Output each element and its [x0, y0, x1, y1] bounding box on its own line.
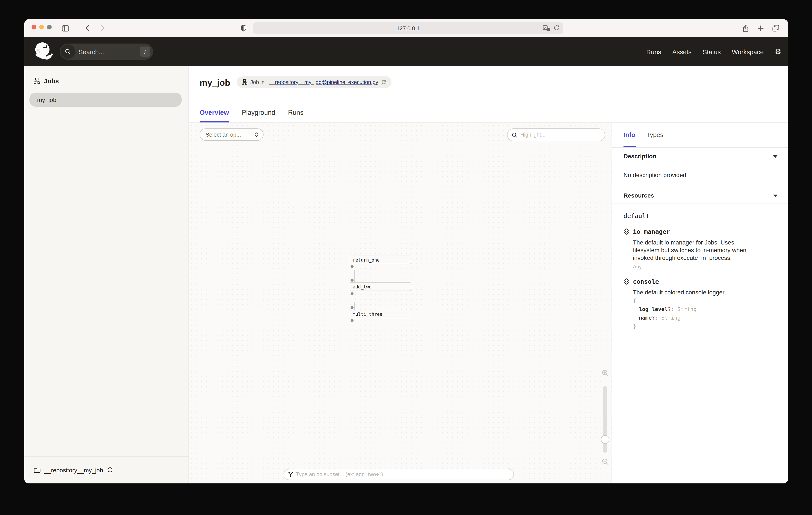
- search-shortcut-key: /: [140, 47, 150, 57]
- job-header: my_job Job in __repository__my_job@pipel…: [189, 66, 788, 123]
- top-nav: Runs Assets Status Workspace ⚙: [646, 37, 781, 66]
- nav-runs[interactable]: Runs: [646, 48, 661, 55]
- edge-add-two-multi-three: [354, 302, 355, 310]
- back-button[interactable]: [84, 19, 90, 37]
- collapse-caret-icon[interactable]: [773, 155, 778, 158]
- schema-open-brace: {: [633, 297, 697, 305]
- sidebar-item-my-job[interactable]: my_job: [29, 92, 182, 107]
- op-selector-dropdown[interactable]: Select an op...: [200, 129, 264, 141]
- repository-name: __repository__my_job: [45, 467, 103, 473]
- op-graph-pane[interactable]: Select an op...: [189, 123, 612, 483]
- repository-link[interactable]: __repository__my_job@pipeline_execution.…: [269, 79, 378, 85]
- description-empty-text: No description provided: [624, 171, 686, 178]
- job-tabs: Overview Playground Runs: [200, 109, 303, 123]
- global-search[interactable]: /: [60, 44, 153, 60]
- search-input[interactable]: [79, 44, 129, 60]
- schema-colon: :: [671, 306, 677, 312]
- op-selector-label: Select an op...: [206, 131, 254, 138]
- new-tab-icon[interactable]: [757, 19, 764, 37]
- minimize-window-button[interactable]: [39, 25, 44, 29]
- schema-optional-marker: ?: [651, 315, 655, 321]
- updown-chevrons-icon: [254, 132, 259, 138]
- resource-layers-icon: [624, 278, 630, 285]
- description-section-header[interactable]: Description: [624, 153, 656, 160]
- schema-optional-marker: ?: [668, 306, 671, 312]
- io-manager-description: The default io manager for Jobs. Uses fi…: [633, 239, 761, 262]
- reload-job-icon[interactable]: [381, 80, 386, 85]
- output-port: [351, 292, 353, 295]
- window-controls: [32, 25, 52, 29]
- breadcrumb: Job in __repository__my_job@pipeline_exe…: [237, 76, 392, 88]
- search-icon: [61, 44, 75, 59]
- input-port: [351, 279, 353, 281]
- nav-workspace[interactable]: Workspace: [732, 48, 764, 55]
- sidebar-toggle-icon[interactable]: [61, 19, 69, 37]
- screenshot-stage: 127.0.0.1 A: [0, 0, 812, 515]
- main-pane: my_job Job in __repository__my_job@pipel…: [189, 66, 788, 483]
- tab-overview-icon[interactable]: [772, 19, 780, 37]
- panel-tab-info[interactable]: Info: [624, 131, 635, 138]
- op-selector-graph-icon: [288, 471, 293, 478]
- resource-layers-icon: [624, 228, 630, 235]
- info-panel: Info Types Description No description pr…: [612, 123, 788, 483]
- edge-return-one-add-two: [354, 270, 355, 281]
- translate-icon[interactable]: A: [543, 25, 550, 31]
- output-port: [351, 319, 353, 322]
- zoom-in-icon[interactable]: [602, 370, 609, 377]
- collapse-caret-icon[interactable]: [773, 195, 778, 197]
- jobs-sidebar: Jobs my_job __repository__my_job: [24, 66, 189, 483]
- op-node-add-two[interactable]: add_two: [350, 282, 411, 291]
- share-icon[interactable]: [742, 19, 749, 37]
- repository-footer: __repository__my_job: [24, 456, 188, 483]
- input-port: [351, 306, 353, 309]
- resource-name-console: console: [633, 278, 659, 285]
- op-subset-input[interactable]: [296, 471, 501, 478]
- panel-tab-types[interactable]: Types: [646, 131, 663, 138]
- reload-repository-icon[interactable]: [107, 467, 113, 473]
- schema-field-name: log_level: [639, 306, 668, 312]
- op-node-multi-three[interactable]: multi_three: [350, 310, 411, 318]
- io-manager-type: Any: [633, 264, 642, 270]
- schema-colon: :: [655, 315, 661, 321]
- nav-assets[interactable]: Assets: [672, 48, 692, 55]
- output-port: [351, 265, 353, 268]
- op-subset-filter[interactable]: [284, 469, 514, 480]
- tab-runs[interactable]: Runs: [288, 109, 303, 123]
- address-bar[interactable]: 127.0.0.1 A: [253, 22, 563, 34]
- url-text: 127.0.0.1: [397, 25, 419, 31]
- zoom-slider-thumb[interactable]: [601, 435, 609, 444]
- privacy-shield-icon[interactable]: [240, 19, 247, 37]
- breadcrumb-prefix: Job in: [250, 79, 266, 85]
- schema-close-brace: }: [633, 322, 697, 331]
- browser-window: 127.0.0.1 A: [24, 19, 788, 483]
- zoom-window-button[interactable]: [47, 25, 52, 29]
- console-config-schema: { log_level?: String name?: String }: [633, 297, 697, 331]
- job-icon: [242, 79, 248, 85]
- resources-section-header[interactable]: Resources: [624, 192, 654, 199]
- schema-field-type: String: [661, 315, 680, 321]
- folder-icon: [34, 467, 40, 473]
- schema-field-name: name: [639, 315, 651, 321]
- nav-status[interactable]: Status: [703, 48, 721, 55]
- close-window-button[interactable]: [32, 25, 36, 29]
- resource-group-name: default: [624, 213, 649, 219]
- page-title: my_job: [200, 78, 230, 88]
- zoom-out-icon[interactable]: [602, 458, 609, 465]
- forward-button[interactable]: [100, 19, 106, 37]
- schema-field-type: String: [677, 306, 697, 312]
- job-icon: [34, 78, 40, 84]
- browser-chrome: 127.0.0.1 A: [24, 19, 788, 37]
- tab-playground[interactable]: Playground: [242, 109, 275, 123]
- console-description: The default colored console logger.: [633, 289, 761, 296]
- highlight-input[interactable]: [520, 132, 593, 138]
- svg-text:A: A: [544, 26, 546, 29]
- tab-overview[interactable]: Overview: [200, 109, 229, 123]
- reload-icon[interactable]: [554, 25, 559, 31]
- dagster-logo[interactable]: [34, 42, 54, 61]
- search-icon: [512, 132, 517, 138]
- sidebar-title: Jobs: [44, 77, 59, 84]
- resource-name-io-manager: io_manager: [633, 228, 670, 235]
- op-node-return-one[interactable]: return_one: [350, 255, 411, 264]
- highlight-search[interactable]: [507, 129, 605, 141]
- settings-gear-icon[interactable]: ⚙: [775, 48, 782, 55]
